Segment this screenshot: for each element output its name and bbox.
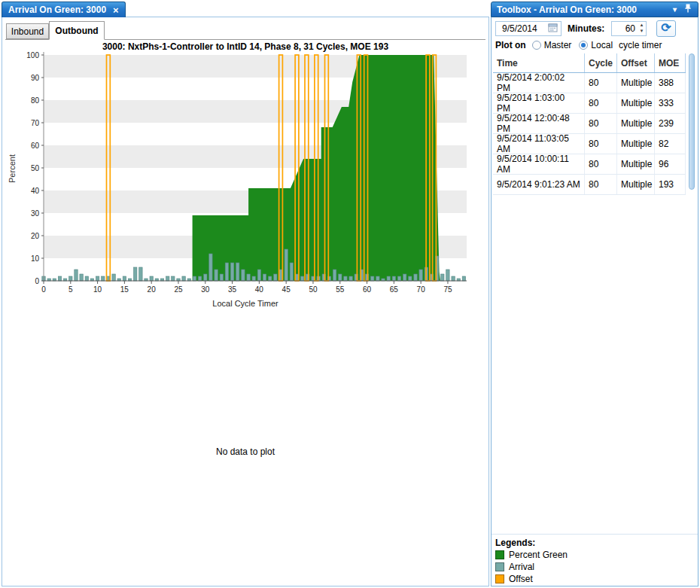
svg-text:35: 35 <box>228 285 237 294</box>
table-row[interactable]: 9/5/2014 12:00:48 PM80Multiple239 <box>493 114 686 134</box>
aog-chart: 0510152025303540455055606570750102030405… <box>7 49 470 305</box>
svg-text:70: 70 <box>417 285 426 294</box>
table-cell: 80 <box>585 175 617 194</box>
document-tab[interactable]: Arrival On Green: 3000 × <box>2 2 126 17</box>
svg-text:5: 5 <box>68 285 73 294</box>
toolbox-title: Toolbox - Arrival On Green: 3000 <box>497 5 637 15</box>
svg-text:10: 10 <box>31 254 40 263</box>
column-header-cycle[interactable]: Cycle <box>585 53 617 72</box>
legend-swatch <box>495 574 504 583</box>
close-icon[interactable]: × <box>113 5 119 15</box>
table-row[interactable]: 9/5/2014 11:03:05 AM80Multiple82 <box>493 134 686 154</box>
table-cell: 9/5/2014 11:03:05 AM <box>493 134 585 154</box>
refresh-button[interactable]: ⟳ <box>656 20 676 37</box>
minutes-label: Minutes: <box>568 23 604 34</box>
table-row[interactable]: 9/5/2014 10:00:11 AM80Multiple96 <box>493 154 686 175</box>
legends-block: Legends: Percent GreenArrivalOffset <box>495 537 568 585</box>
svg-text:60: 60 <box>31 142 40 150</box>
date-value: 9/5/2014 <box>502 23 548 34</box>
legend-swatch <box>495 562 504 571</box>
table-cell: 96 <box>655 154 686 174</box>
table-cell: 193 <box>655 175 686 194</box>
radio-label: Master <box>544 40 572 50</box>
legend-item: Arrival <box>495 561 568 573</box>
tab-outbound[interactable]: Outbound <box>49 21 105 40</box>
radio-master[interactable]: Master <box>532 40 572 50</box>
table-cell: Multiple <box>617 93 655 113</box>
table-cell: 9/5/2014 9:01:23 AM <box>493 175 585 194</box>
table-scrollbar[interactable] <box>689 53 695 190</box>
legend-label: Arrival <box>509 562 534 572</box>
toolbox-body: 9/5/2014 Minutes: 60 ▲ ▼ <box>491 17 698 586</box>
column-header-offset[interactable]: Offset <box>617 53 655 72</box>
table-cell: 80 <box>585 114 617 133</box>
toolbox-titlebar: Toolbox - Arrival On Green: 3000 ▾ <box>491 2 698 17</box>
table-cell: 80 <box>585 154 617 174</box>
table-row[interactable]: 9/5/2014 1:03:00 PM80Multiple333 <box>493 93 686 114</box>
svg-text:50: 50 <box>309 285 318 294</box>
plot-on-suffix: cycle timer <box>619 40 662 50</box>
tab-inbound[interactable]: Inbound <box>6 23 49 39</box>
chart-pane: Inbound Outbound 3000: NxtPhs-1-Controll… <box>2 17 489 586</box>
table-row[interactable]: 9/5/2014 2:00:02 PM80Multiple388 <box>493 73 686 93</box>
legend-item: Percent Green <box>495 549 568 561</box>
app-window: Arrival On Green: 3000 × Inbound Outboun… <box>0 0 700 588</box>
svg-text:90: 90 <box>31 74 40 82</box>
x-axis-label: Local Cycle Timer <box>2 299 488 308</box>
table-cell: Multiple <box>617 175 655 194</box>
no-data-message: No data to plot <box>2 446 488 457</box>
svg-text:40: 40 <box>31 187 40 195</box>
table-cell: 80 <box>585 93 617 113</box>
svg-text:75: 75 <box>443 285 452 294</box>
minutes-stepper[interactable]: 60 ▲ ▼ <box>611 21 647 36</box>
svg-text:70: 70 <box>31 119 40 127</box>
svg-text:65: 65 <box>390 285 399 294</box>
svg-text:0: 0 <box>41 285 46 294</box>
column-header-time[interactable]: Time <box>493 53 585 72</box>
radio-label: Local <box>591 40 613 50</box>
svg-text:80: 80 <box>31 96 40 105</box>
plot-on-label: Plot on <box>495 40 526 50</box>
legends-title: Legends: <box>495 537 568 549</box>
document-tab-label: Arrival On Green: 3000 <box>8 5 106 15</box>
svg-text:45: 45 <box>282 285 291 294</box>
svg-text:30: 30 <box>31 209 40 218</box>
table-header: TimeCycleOffsetMOE <box>493 53 686 73</box>
svg-text:30: 30 <box>201 285 210 294</box>
svg-text:20: 20 <box>31 232 40 240</box>
table-cell: Multiple <box>617 134 655 154</box>
refresh-icon: ⟳ <box>661 22 671 34</box>
legend-label: Percent Green <box>509 550 568 560</box>
legend-items: Percent GreenArrivalOffset <box>495 549 568 585</box>
table-cell: 80 <box>585 134 617 154</box>
radio-local[interactable]: Local <box>579 40 613 50</box>
pin-icon[interactable] <box>683 3 692 16</box>
stepper-up-icon[interactable]: ▲ <box>638 23 646 29</box>
svg-text:20: 20 <box>148 285 157 294</box>
table-cell: 9/5/2014 2:00:02 PM <box>493 73 585 93</box>
stepper-down-icon[interactable]: ▼ <box>638 29 646 35</box>
date-input[interactable]: 9/5/2014 <box>495 21 562 36</box>
table-cell: 80 <box>585 73 617 93</box>
plot-on-radios: MasterLocal <box>532 40 613 50</box>
table-cell: 333 <box>655 93 686 113</box>
toolbox-panel: Toolbox - Arrival On Green: 3000 ▾ 9/5/2… <box>491 2 698 586</box>
chevron-down-icon[interactable]: ▾ <box>673 5 677 14</box>
table-cell: 9/5/2014 1:03:00 PM <box>493 93 585 113</box>
table-cell: Multiple <box>617 154 655 174</box>
minutes-value: 60 <box>612 23 638 34</box>
svg-text:0: 0 <box>35 277 39 285</box>
radio-button-icon[interactable] <box>579 41 588 50</box>
legend-item: Offset <box>495 573 568 585</box>
svg-text:10: 10 <box>93 285 102 294</box>
calendar-icon[interactable] <box>548 23 558 35</box>
plot-on-row: Plot on MasterLocal cycle timer <box>495 40 662 50</box>
cycles-table: TimeCycleOffsetMOE 9/5/2014 2:00:02 PM80… <box>493 53 686 195</box>
table-cell: Multiple <box>617 73 655 93</box>
legend-swatch <box>495 550 504 559</box>
svg-text:55: 55 <box>336 285 345 294</box>
table-row[interactable]: 9/5/2014 9:01:23 AM80Multiple193 <box>493 175 686 195</box>
legend-divider <box>492 534 698 535</box>
column-header-moe[interactable]: MOE <box>655 53 686 72</box>
radio-button-icon[interactable] <box>532 41 541 50</box>
